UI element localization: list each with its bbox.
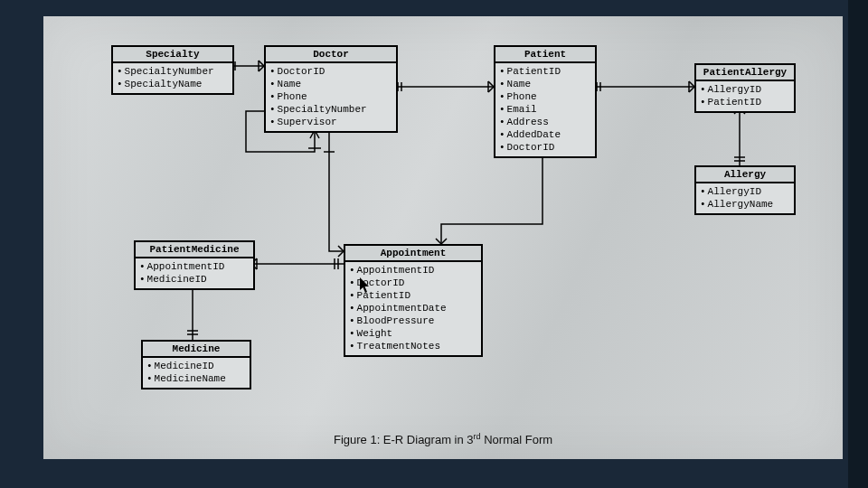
entity-medicine: Medicine MedicineID MedicineName [141, 340, 251, 389]
attr: SpecialtyName [117, 78, 229, 90]
entity-doctor: Doctor DoctorID Name Phone SpecialtyNumb… [264, 45, 398, 133]
entity-specialty: Specialty SpecialtyNumber SpecialtyName [111, 45, 234, 95]
attr: MedicineID [139, 273, 250, 286]
entity-title: Medicine [143, 342, 250, 358]
attr: TreatmentNotes [349, 340, 477, 352]
attr: AllergyID [700, 83, 790, 96]
attr: MedicineID [146, 360, 246, 372]
entity-title: Appointment [345, 246, 481, 262]
attr: SpecialtyNumber [117, 65, 229, 78]
attr: PatientID [499, 65, 591, 78]
attr: MedicineName [146, 372, 246, 385]
attr: AddedDate [499, 128, 591, 141]
attr: DoctorID [499, 141, 591, 154]
caption-prefix: Figure 1: E-R Diagram in 3 [334, 433, 474, 446]
entity-title: PatientAllergy [696, 65, 794, 81]
figure-caption: Figure 1: E-R Diagram in 3rd Normal Form [43, 432, 843, 446]
entity-patient: Patient PatientID Name Phone Email Addre… [494, 45, 597, 158]
attr: SpecialtyNumber [269, 103, 392, 116]
attr: AppointmentID [139, 260, 250, 273]
attr: Weight [349, 327, 477, 340]
attr: DoctorID [269, 65, 392, 78]
entity-allergy: Allergy AllergyID AllergyName [694, 165, 796, 215]
attr: Email [499, 103, 591, 116]
attr: AllergyName [700, 198, 790, 211]
attr: BloodPressure [349, 314, 477, 327]
attr: Name [499, 78, 591, 90]
entity-title: PatientMedicine [136, 242, 253, 258]
diagram-page: Specialty SpecialtyNumber SpecialtyName … [43, 16, 843, 459]
attr: AllergyID [700, 185, 790, 198]
attr: Phone [499, 90, 591, 103]
attr: AppointmentID [349, 264, 477, 277]
caption-suffix: Normal Form [481, 433, 552, 446]
attr: Phone [269, 90, 392, 103]
entity-title: Specialty [113, 47, 232, 63]
attr: PatientID [700, 96, 790, 108]
entity-title: Doctor [266, 47, 396, 63]
entity-patient-allergy: PatientAllergy AllergyID PatientID [694, 63, 796, 113]
attr: Address [499, 116, 591, 128]
entity-patient-medicine: PatientMedicine AppointmentID MedicineID [134, 240, 255, 290]
entity-appointment: Appointment AppointmentID DoctorID Patie… [344, 244, 483, 357]
entity-title: Patient [495, 47, 595, 63]
attr: Name [269, 78, 392, 90]
caption-sup: rd [474, 432, 481, 441]
entity-title: Allergy [696, 167, 794, 183]
attr: AppointmentDate [349, 302, 477, 314]
mouse-cursor-icon [359, 277, 372, 295]
screen-edge [848, 0, 868, 488]
attr: Supervisor [269, 116, 392, 128]
